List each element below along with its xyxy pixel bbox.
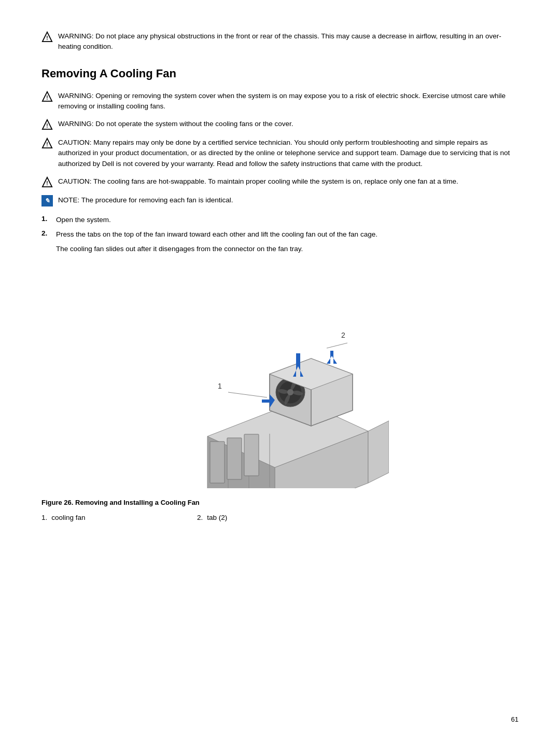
figure-caption: Figure 26. Removing and Installing a Coo… [41,499,519,506]
top-warning-text: WARNING: Do not place any physical obstr… [58,31,519,52]
svg-text:!: ! [46,181,48,186]
warning-block-2: ! WARNING: Do not operate the system wit… [41,119,519,130]
warning-icon-1: ! [41,91,53,102]
svg-marker-19 [368,421,389,483]
svg-point-29 [287,389,293,395]
svg-rect-18 [244,434,259,476]
svg-text:!: ! [46,123,48,129]
svg-line-35 [228,392,267,397]
caution-block-2: ! CAUTION: The cooling fans are hot-swap… [41,176,519,188]
label-1-num: 1. [41,514,47,521]
step-2-number: 2. [41,229,51,237]
label-2-num: 2. [197,514,203,521]
caution-text-2: CAUTION: The cooling fans are hot-swappa… [58,176,458,187]
note-block: ✎ NOTE: The procedure for removing each … [41,195,519,206]
note-icon: ✎ [41,195,53,206]
step-1-content: Open the system. [56,215,111,225]
figure-label-1: 1. cooling fan [41,514,197,521]
warning-icon-2: ! [41,119,53,130]
caution-block-1: ! CAUTION: Many repairs may only be done… [41,137,519,169]
step-2-content: Press the tabs on the top of the fan inw… [56,229,377,240]
svg-text:2: 2 [341,331,345,339]
svg-text:!: ! [46,95,48,101]
svg-marker-32 [327,351,337,364]
svg-text:!: ! [46,142,48,147]
top-warning-block: ! WARNING: Do not place any physical obs… [41,31,519,52]
step-1-number: 1. [41,215,51,223]
label-2-text: tab (2) [207,514,227,521]
figure-label-2: 2. tab (2) [197,514,353,521]
label-1-text: cooling fan [51,514,85,521]
svg-text:!: ! [46,35,48,41]
page-number: 61 [511,715,519,723]
figure-labels: 1. cooling fan 2. tab (2) [41,514,519,521]
step-2: 2. Press the tabs on the top of the fan … [41,229,519,240]
figure-image: 1 2 [171,270,389,488]
caution-icon-2: ! [41,176,53,188]
step-1: 1. Open the system. [41,215,519,225]
note-text: NOTE: The procedure for removing each fa… [58,195,233,205]
caution-text-1: CAUTION: Many repairs may only be done b… [58,137,519,169]
svg-rect-16 [210,442,225,483]
figure-container: 1 2 [41,270,519,488]
warning-text-2: WARNING: Do not operate the system witho… [58,119,293,129]
svg-rect-17 [227,438,242,479]
step-2-sub: The cooling fan slides out after it dise… [56,244,519,254]
caution-icon-1: ! [41,137,53,149]
warning-icon: ! [41,31,53,43]
warning-text-1: WARNING: Opening or removing the system … [58,91,519,112]
section-title: Removing A Cooling Fan [41,67,519,80]
warning-block-1: ! WARNING: Opening or removing the syste… [41,91,519,112]
svg-text:1: 1 [218,382,222,390]
svg-line-36 [327,343,347,348]
